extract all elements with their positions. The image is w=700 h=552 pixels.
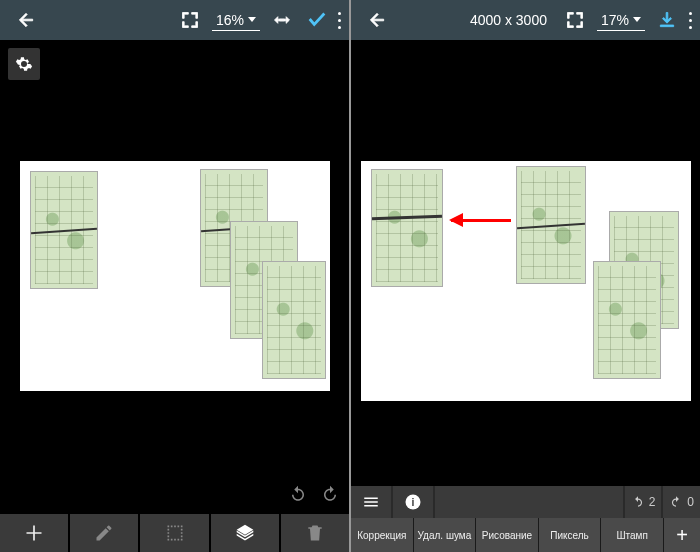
crop-button[interactable]: [140, 514, 208, 552]
right-topbar: 4000 x 3000 17%: [351, 0, 700, 40]
download-button[interactable]: [655, 8, 679, 32]
tool-drawing[interactable]: Рисование: [476, 518, 538, 552]
swap-button[interactable]: [270, 8, 294, 32]
zoom-value: 17%: [601, 12, 629, 28]
map-tile: [371, 169, 443, 287]
more-menu[interactable]: [689, 10, 692, 31]
canvas-sheet: [20, 161, 330, 391]
left-topbar: 16%: [0, 0, 349, 40]
map-tile: [262, 261, 326, 379]
undo-count: 2: [649, 495, 656, 509]
tool-pixel[interactable]: Пиксель: [539, 518, 601, 552]
image-dimensions: 4000 x 3000: [470, 12, 547, 28]
info-button[interactable]: i: [393, 486, 433, 518]
tool-noise-removal[interactable]: Удал. шума: [414, 518, 476, 552]
redo-button[interactable]: 0: [663, 486, 700, 518]
map-tile: [516, 166, 586, 284]
back-button[interactable]: [365, 8, 389, 32]
spacer: [435, 486, 623, 518]
confirm-button[interactable]: [306, 8, 328, 33]
zoom-dropdown[interactable]: 16%: [212, 10, 260, 31]
right-bottombar: i 2 0 Коррекция Удал. шума Рисование Пик…: [351, 486, 700, 552]
left-canvas[interactable]: [0, 40, 349, 552]
back-button[interactable]: [14, 8, 38, 32]
undo-icon[interactable]: [289, 485, 307, 507]
delete-button[interactable]: [281, 514, 349, 552]
tool-stamp[interactable]: Штамп: [601, 518, 663, 552]
svg-text:i: i: [412, 496, 415, 508]
redo-count: 0: [687, 495, 694, 509]
fullscreen-icon[interactable]: [178, 8, 202, 32]
canvas-sheet: [361, 161, 691, 401]
tool-add[interactable]: +: [664, 518, 700, 552]
menu-button[interactable]: [351, 486, 391, 518]
zoom-value: 16%: [216, 12, 244, 28]
redo-icon[interactable]: [321, 485, 339, 507]
edit-button[interactable]: [70, 514, 138, 552]
zoom-dropdown[interactable]: 17%: [597, 10, 645, 31]
layers-button[interactable]: [211, 514, 279, 552]
left-bottombar: [0, 480, 349, 552]
more-menu[interactable]: [338, 10, 341, 31]
annotation-arrow: [451, 219, 511, 222]
tool-correction[interactable]: Коррекция: [351, 518, 413, 552]
map-tile: [30, 171, 98, 289]
add-button[interactable]: [0, 514, 68, 552]
map-tile: [593, 261, 661, 379]
fullscreen-icon[interactable]: [563, 8, 587, 32]
undo-button[interactable]: 2: [625, 486, 662, 518]
right-canvas[interactable]: [351, 40, 700, 552]
